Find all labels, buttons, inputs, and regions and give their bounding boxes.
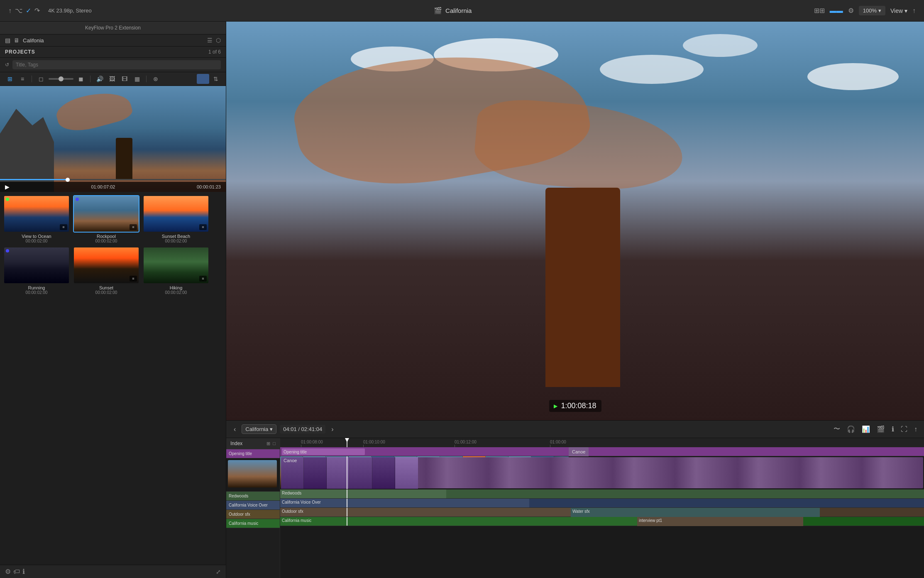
left-preview: ▶ 01:00:07:02 00:00:01:23	[0, 86, 226, 192]
fit-icon[interactable]: ◻	[36, 74, 46, 84]
project-name: California	[245, 426, 268, 432]
list-icon[interactable]: ☰	[207, 37, 213, 44]
export-btn[interactable]: ↑	[912, 424, 919, 435]
monitor-label: Califonia	[23, 37, 44, 44]
index-icon-1[interactable]: ⊞	[266, 441, 270, 446]
list-view-icon[interactable]: ≡	[17, 74, 27, 84]
preview-timecode-left: 01:00:07:02	[91, 184, 115, 189]
checkmark-icon[interactable]: ✓	[26, 7, 31, 15]
info-icon[interactable]: ℹ	[22, 568, 25, 576]
view-chevron-icon: ▾	[904, 7, 907, 14]
index-icons: ⊞ □	[266, 441, 276, 446]
toolbar-right: ⇅	[197, 74, 221, 84]
clip-item-sunset[interactable]: ≡ Sunset 00:00:02:00	[73, 247, 139, 295]
clip-image-sunset	[144, 196, 208, 232]
clip-image-running	[4, 247, 69, 283]
preview-play-indicator: ▶	[554, 403, 557, 409]
opening-title-label: Opening title	[229, 451, 252, 456]
hierarchy-icon[interactable]: ⊛	[151, 74, 161, 84]
timeline-right-controls: 〜 🎧 📊 🎬 ℹ ⛶ ↑	[832, 423, 919, 435]
expand-icon[interactable]: ⬡	[216, 37, 221, 44]
cloud-4	[683, 34, 758, 57]
audio-icon[interactable]: 🔊	[95, 74, 105, 84]
clip-image-hiking	[144, 247, 208, 283]
track-opening-title: Opening title	[280, 447, 924, 456]
track-redwoods: Redwoods	[280, 490, 924, 499]
clip-badge-2: ≡	[130, 224, 137, 230]
track-label-outdoor: Outdoor sfx	[226, 510, 280, 519]
canoe-frame-3	[327, 457, 350, 489]
square-icon[interactable]: ◼	[76, 74, 86, 84]
export-icon[interactable]: ↑	[912, 7, 916, 15]
redwoods-clip[interactable]: Redwoods	[280, 490, 446, 498]
track-interview: interview pt1	[637, 517, 803, 526]
zoom-button[interactable]: 100% ▾	[859, 6, 885, 15]
timeline-prev-button[interactable]: ‹	[231, 424, 238, 435]
view-button[interactable]: View ▾	[890, 7, 907, 14]
outdoor-clip[interactable]: Outdoor sfx	[280, 508, 571, 517]
blue-rect-icon[interactable]	[197, 74, 209, 84]
timeline-right-content: 01:00:08:00 01:00:10:00 01:00:12:00 01:0…	[280, 438, 924, 578]
upload-icon[interactable]: ↑	[8, 7, 12, 15]
film-strip-icon[interactable]: 🎞	[120, 74, 130, 84]
preview-progress-fill	[0, 179, 68, 180]
outdoor-label: Outdoor sfx	[229, 512, 250, 517]
timeline-next-button[interactable]: ›	[329, 424, 336, 435]
redwoods-label: Redwoods	[229, 494, 248, 498]
forward-icon[interactable]: ↷	[34, 7, 40, 15]
canoe-header-label: Canoe	[569, 447, 589, 456]
timeline-project-dropdown[interactable]: California ▾	[242, 424, 276, 434]
settings-bottom-icon[interactable]: ⚙	[5, 568, 11, 576]
music-clip[interactable]: California music	[280, 517, 654, 526]
timeline-icon[interactable]: ▬▬	[830, 7, 843, 15]
clip-item-running[interactable]: Running 00:00:02:00	[3, 247, 70, 295]
index-icon-2[interactable]: □	[273, 441, 276, 446]
info-btn[interactable]: ℹ	[890, 424, 896, 435]
right-side: ▶ 1:00:08:18 ‹ California ▾ 04:01 / 02:4…	[226, 22, 924, 578]
headphone-icon[interactable]: 🎧	[845, 424, 857, 435]
settings-icon[interactable]: ⚙	[848, 7, 854, 15]
image-icon[interactable]: 🖼	[107, 74, 117, 84]
clip-badge-6: ≡	[199, 276, 207, 282]
clip-item-hiking[interactable]: ≡ Hiking 00:00:02:00	[143, 247, 209, 295]
clip-thumb-sunset: ≡	[143, 195, 209, 233]
clip-item-rockpool[interactable]: ≡ Rockpool 00:00:02:00	[73, 195, 139, 243]
preview-progress-bar[interactable]	[0, 179, 226, 180]
opening-title-clip[interactable]: Opening title	[282, 448, 365, 455]
voiceover-clip[interactable]: California Voice Over	[280, 499, 529, 507]
projects-count: 1 of 6	[208, 49, 221, 55]
clip-item-view-to-ocean[interactable]: ≡ View to Ocean 00:00:02:00	[3, 195, 70, 243]
preview-progress-thumb[interactable]	[66, 178, 70, 182]
filter-icon[interactable]: ▦	[132, 74, 142, 84]
separator-3	[146, 76, 147, 82]
title-bar-center: 🎬 California	[434, 7, 472, 15]
main-figure	[545, 188, 620, 387]
grid-view-icon[interactable]: ⊞	[5, 74, 15, 84]
sidebar-toggle-icon[interactable]: ▤	[5, 37, 10, 44]
tag-icon[interactable]: 🏷	[13, 568, 20, 576]
main-layout: KeyFlow Pro 2 Extension ▤ 🖥 Califonia ☰ …	[0, 22, 924, 578]
keyflow-title: KeyFlow Pro 2 Extension	[85, 25, 141, 31]
clip-badge-1: ≡	[60, 224, 67, 230]
grid-layout-icon[interactable]: ⊞⊞	[814, 7, 825, 15]
cloud-5	[807, 63, 899, 90]
preview-play-button[interactable]: ▶	[5, 184, 10, 190]
clip-item-sunset-beach[interactable]: ≡ Sunset Beach 00:00:02:00	[143, 195, 209, 243]
index-tab[interactable]: Index ⊞ □	[226, 438, 280, 449]
canoe-frame-5	[372, 457, 395, 489]
search-input[interactable]	[12, 60, 221, 69]
audio-wave-icon[interactable]: 〜	[832, 423, 842, 435]
clip-icon[interactable]: 🎬	[875, 424, 887, 435]
audio-meter-icon[interactable]: 📊	[860, 424, 872, 435]
fullscreen-icon[interactable]: ⤢	[216, 568, 221, 575]
clip-duration-sunset: 00:00:02:00	[73, 290, 139, 295]
sort-icon[interactable]: ⇅	[211, 74, 221, 84]
keyframe-icon[interactable]: ⌥	[15, 7, 22, 15]
search-bar: ↺	[0, 58, 226, 72]
cloud-3	[600, 55, 704, 84]
clip-name-sunset: Sunset	[73, 285, 139, 290]
size-slider[interactable]	[49, 78, 73, 80]
left-bottom-left: ⚙ 🏷 ℹ	[5, 568, 25, 576]
fullscreen-btn[interactable]: ⛶	[899, 424, 909, 435]
ruler-mark-3: 01:00:12:00	[455, 440, 477, 444]
